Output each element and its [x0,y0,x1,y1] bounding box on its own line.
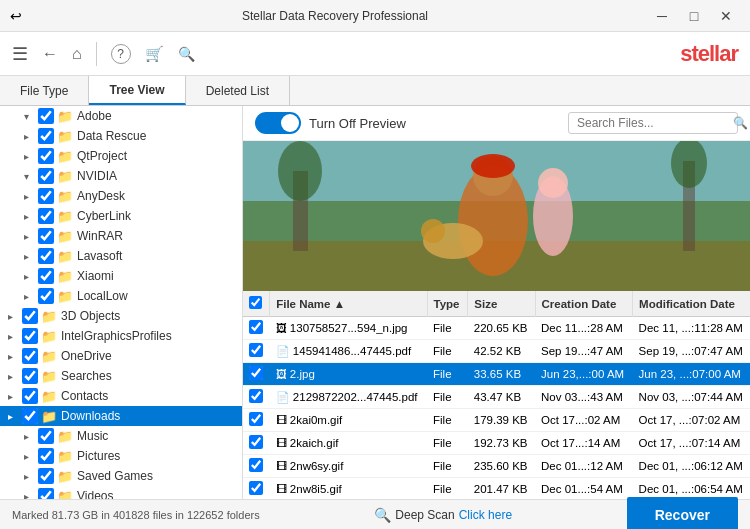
table-row[interactable]: 🖼 130758527...594_n.jpg File 220.65 KB D… [243,317,750,340]
table-row[interactable]: 🎞 2kaich.gif File 192.73 KB Oct 17...:14… [243,432,750,455]
tree-item-checkbox[interactable] [38,288,54,304]
row-creation-date: Dec 11...:28 AM [535,317,633,340]
sidebar-item-3d-objects[interactable]: ▸📁3D Objects [0,306,242,326]
row-checkbox-cell[interactable] [243,340,270,363]
sidebar-item-anydesk[interactable]: ▸📁AnyDesk [0,186,242,206]
tree-item-checkbox[interactable] [38,228,54,244]
tree-item-checkbox[interactable] [22,348,38,364]
tree-item-checkbox[interactable] [38,488,54,499]
col-creation-date[interactable]: Creation Date [535,291,633,317]
row-creation-date: Nov 03...:43 AM [535,386,633,409]
table-row[interactable]: 🎞 2kai0m.gif File 179.39 KB Oct 17...:02… [243,409,750,432]
tree-item-checkbox[interactable] [38,468,54,484]
tree-item-checkbox[interactable] [38,128,54,144]
row-checkbox[interactable] [249,435,263,449]
sidebar-item-cyberlink[interactable]: ▸📁CyberLink [0,206,242,226]
row-checkbox-cell[interactable] [243,363,270,386]
tree-item-checkbox[interactable] [38,108,54,124]
tree-item-checkbox[interactable] [22,308,38,324]
sidebar-item-pictures[interactable]: ▸📁Pictures [0,446,242,466]
row-checkbox[interactable] [249,389,263,403]
sidebar-item-winrar[interactable]: ▸📁WinRAR [0,226,242,246]
minimize-button[interactable]: ─ [648,6,676,26]
row-checkbox[interactable] [249,366,263,380]
col-checkbox[interactable] [243,291,270,317]
sidebar-item-xiaomi[interactable]: ▸📁Xiaomi [0,266,242,286]
tree-item-checkbox[interactable] [38,268,54,284]
help-icon[interactable]: ? [111,44,131,64]
row-filename: 🎞 2kai0m.gif [270,409,427,432]
close-button[interactable]: ✕ [712,6,740,26]
sidebar-item-adobe[interactable]: ▾📁Adobe [0,106,242,126]
svg-point-7 [421,219,445,243]
tree-item-checkbox[interactable] [38,148,54,164]
sidebar-item-contacts[interactable]: ▸📁Contacts [0,386,242,406]
sidebar-item-intelgraphicsprofiles[interactable]: ▸📁IntelGraphicsProfiles [0,326,242,346]
sidebar-item-locallow[interactable]: ▸📁LocalLow [0,286,242,306]
tree-item-checkbox[interactable] [38,248,54,264]
tab-deleted-list[interactable]: Deleted List [186,76,290,105]
table-row[interactable]: 📄 2129872202...47445.pdf File 43.47 KB N… [243,386,750,409]
row-checkbox-cell[interactable] [243,386,270,409]
tree-item-checkbox[interactable] [38,208,54,224]
tree-item-checkbox[interactable] [22,368,38,384]
table-row[interactable]: 📄 145941486...47445.pdf File 42.52 KB Se… [243,340,750,363]
table-row[interactable]: 🎞 2nw8i5.gif File 201.47 KB Dec 01...:54… [243,478,750,500]
row-checkbox[interactable] [249,343,263,357]
sidebar-item-videos[interactable]: ▸📁Videos [0,486,242,499]
table-row[interactable]: 🎞 2nw6sy.gif File 235.60 KB Dec 01...:12… [243,455,750,478]
table-row[interactable]: 🖼 2.jpg File 33.65 KB Jun 23,...:00 AM J… [243,363,750,386]
col-type[interactable]: Type [427,291,468,317]
row-checkbox-cell[interactable] [243,432,270,455]
cart-icon[interactable]: 🛒 [145,45,164,63]
col-size[interactable]: Size [468,291,535,317]
folder-icon: 📁 [57,429,73,444]
tree-item-checkbox[interactable] [38,428,54,444]
row-checkbox-cell[interactable] [243,455,270,478]
search-input[interactable] [577,116,727,130]
row-checkbox[interactable] [249,320,263,334]
sidebar-item-qtproject[interactable]: ▸📁QtProject [0,146,242,166]
tree-item-checkbox[interactable] [22,408,38,424]
col-modification-date[interactable]: Modification Date [633,291,750,317]
sidebar-item-nvidia[interactable]: ▾📁NVIDIA [0,166,242,186]
row-checkbox[interactable] [249,481,263,495]
sidebar-item-searches[interactable]: ▸📁Searches [0,366,242,386]
tree-item-label: QtProject [77,149,127,163]
col-filename[interactable]: File Name ▲ [270,291,427,317]
row-checkbox[interactable] [249,458,263,472]
sidebar-item-downloads[interactable]: ▸📁Downloads [0,406,242,426]
tree-item-label: AnyDesk [77,189,125,203]
preview-toggle[interactable] [255,112,301,134]
row-size: 220.65 KB [468,317,535,340]
deep-scan-link[interactable]: Click here [459,508,512,522]
menu-icon[interactable]: ☰ [12,43,28,65]
row-checkbox[interactable] [249,412,263,426]
select-all-checkbox[interactable] [249,296,262,309]
row-checkbox-cell[interactable] [243,317,270,340]
tab-tree-view[interactable]: Tree View [89,76,185,105]
sidebar-item-music[interactable]: ▸📁Music [0,426,242,446]
sidebar-item-lavasoft[interactable]: ▸📁Lavasoft [0,246,242,266]
home-icon[interactable]: ⌂ [72,45,82,63]
row-checkbox-cell[interactable] [243,478,270,500]
sidebar-item-onedrive[interactable]: ▸📁OneDrive [0,346,242,366]
recover-button[interactable]: Recover [627,497,738,530]
row-modification-date: Oct 17, ...:07:14 AM [633,432,750,455]
folder-icon: 📁 [57,129,73,144]
sidebar-item-data-rescue[interactable]: ▸📁Data Rescue [0,126,242,146]
tree-item-checkbox[interactable] [22,388,38,404]
back-icon[interactable]: ↩ [10,8,22,24]
search-tool-icon[interactable]: 🔍 [178,46,195,62]
magnifier-icon: 🔍 [374,507,391,523]
row-checkbox-cell[interactable] [243,409,270,432]
tree-item-checkbox[interactable] [38,448,54,464]
maximize-button[interactable]: □ [680,6,708,26]
sidebar-item-saved-games[interactable]: ▸📁Saved Games [0,466,242,486]
tab-file-type[interactable]: File Type [0,76,89,105]
tree-item-checkbox[interactable] [38,168,54,184]
back-nav-icon[interactable]: ← [42,45,58,63]
chevron-icon: ▸ [8,411,22,422]
tree-item-checkbox[interactable] [22,328,38,344]
tree-item-checkbox[interactable] [38,188,54,204]
